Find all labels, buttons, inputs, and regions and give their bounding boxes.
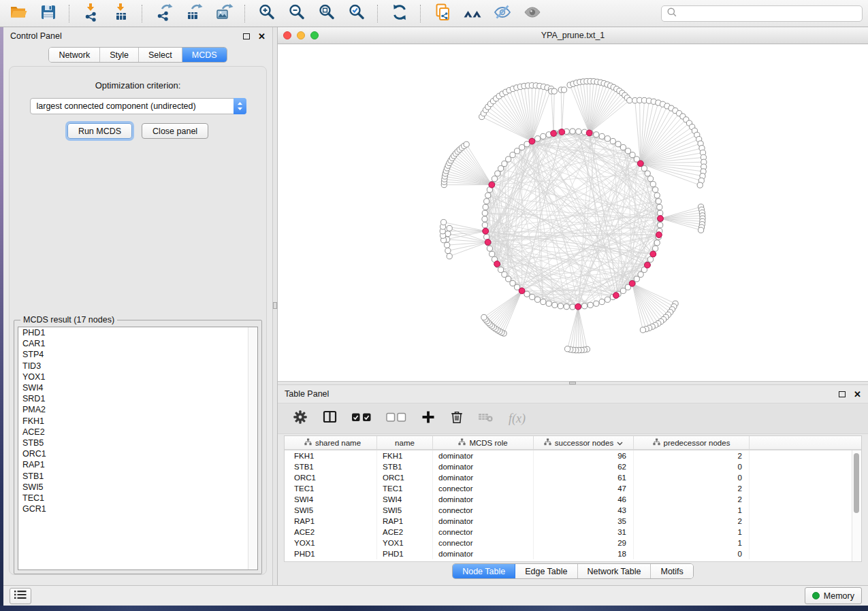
table-cell: connector — [433, 505, 534, 516]
export-network-button[interactable] — [151, 3, 176, 24]
tab-style[interactable]: Style — [100, 48, 139, 62]
table-row[interactable]: TEC1TEC1connector472 — [285, 483, 861, 494]
table-row[interactable]: STB1STB1dominator620 — [285, 461, 861, 472]
close-panel-icon[interactable]: ✕ — [258, 32, 266, 41]
float-panel-icon[interactable] — [839, 391, 846, 397]
maximize-window-icon[interactable] — [310, 31, 319, 39]
vertical-splitter[interactable] — [272, 27, 278, 585]
float-panel-icon[interactable] — [243, 33, 250, 39]
show-column-selector-button[interactable] — [322, 410, 338, 427]
close-panel-icon[interactable]: ✕ — [854, 390, 861, 399]
mcds-result-item[interactable]: GCR1 — [18, 503, 257, 514]
column-label: predecessor nodes — [664, 439, 730, 447]
search-box[interactable] — [661, 5, 863, 22]
select-stepper-icon — [234, 98, 246, 114]
zoom-fit-button[interactable] — [314, 3, 339, 24]
first-neighbors-button[interactable] — [460, 3, 485, 24]
export-image-button[interactable] — [211, 3, 236, 24]
network-canvas[interactable] — [278, 44, 868, 381]
tab-node-table[interactable]: Node Table — [453, 564, 515, 578]
status-bar: Memory — [3, 585, 868, 606]
mcds-result-item[interactable]: STB5 — [18, 437, 257, 448]
memory-button[interactable]: Memory — [805, 587, 862, 604]
column-header-name[interactable]: name — [377, 436, 433, 449]
splitter-handle[interactable] — [273, 302, 277, 309]
mcds-result-item[interactable]: SWI5 — [18, 482, 257, 493]
create-column-button[interactable] — [421, 410, 436, 427]
mcds-result-item[interactable]: ACE2 — [18, 427, 257, 437]
tab-network-table[interactable]: Network Table — [578, 564, 652, 578]
table-settings-button[interactable] — [291, 410, 309, 427]
mcds-result-item[interactable]: PMA2 — [18, 404, 257, 415]
open-file-button[interactable] — [5, 3, 31, 24]
mcds-result-item[interactable]: PHD1 — [18, 327, 257, 338]
zoom-out-button[interactable] — [284, 3, 309, 24]
tab-edge-table[interactable]: Edge Table — [515, 564, 577, 578]
scrollbar-thumb[interactable] — [854, 453, 859, 513]
mcds-result-item[interactable]: FKH1 — [18, 416, 257, 427]
memory-status-dot — [812, 592, 820, 599]
criterion-select[interactable]: largest connected component (undirected) — [30, 98, 246, 114]
close-panel-button[interactable]: Close panel — [142, 123, 208, 139]
run-mcds-button[interactable]: Run MCDS — [67, 123, 132, 139]
zoom-selected-button[interactable] — [344, 3, 369, 24]
mcds-result-item[interactable]: SRD1 — [18, 393, 257, 404]
table-row[interactable]: RAP1RAP1dominator352 — [285, 516, 861, 527]
select-all-rows-button[interactable] — [351, 410, 373, 427]
mcds-result-item[interactable]: SWI4 — [18, 382, 257, 393]
table-row[interactable]: SWI5SWI5connector431 — [285, 505, 861, 516]
mcds-result-item[interactable]: YOX1 — [18, 371, 257, 382]
table-scrollbar[interactable] — [852, 450, 861, 561]
table-cell: dominator — [433, 450, 534, 461]
table-row[interactable]: ACE2ACE2connector311 — [285, 527, 861, 538]
mcds-result-item[interactable]: TID3 — [18, 361, 257, 371]
table-row[interactable]: SWI4SWI4dominator462 — [285, 494, 861, 505]
chevron-down-icon[interactable] — [617, 439, 623, 447]
table-row[interactable]: FKH1FKH1dominator962 — [285, 450, 861, 461]
column-header-mcds-role[interactable]: MCDS role — [433, 436, 534, 449]
export-table-button[interactable] — [181, 3, 206, 24]
network-window: YPA_prune.txt_1 — [278, 27, 868, 381]
zoom-in-button[interactable] — [254, 3, 279, 24]
delete-column-button[interactable] — [449, 410, 465, 427]
network-window-titlebar[interactable]: YPA_prune.txt_1 — [278, 27, 868, 44]
deselect-all-rows-button[interactable] — [386, 410, 408, 427]
table-row[interactable]: YOX1YOX1connector291 — [285, 538, 861, 548]
column-header-successor-nodes[interactable]: successor nodes — [534, 436, 634, 449]
mcds-result-item[interactable]: TEC1 — [18, 493, 257, 503]
search-input[interactable] — [681, 8, 857, 19]
mcds-result-item[interactable]: ORC1 — [18, 448, 257, 459]
mcds-result-item[interactable]: STB1 — [18, 471, 257, 482]
mcds-result-item[interactable]: CAR1 — [18, 338, 257, 349]
import-network-button[interactable] — [78, 3, 103, 24]
control-panel: Control Panel ✕ Network Style Select MCD… — [3, 27, 272, 585]
show-all-button[interactable] — [519, 3, 545, 24]
zoom-out-icon — [287, 3, 306, 24]
shared-column-icon — [458, 438, 466, 447]
tab-mcds[interactable]: MCDS — [182, 48, 227, 62]
tab-motifs[interactable]: Motifs — [651, 564, 692, 578]
table-cell: PHD1 — [377, 548, 433, 559]
tab-select[interactable]: Select — [139, 48, 182, 62]
mcds-result-item[interactable]: STP4 — [18, 349, 257, 360]
table-cell: RAP1 — [289, 516, 377, 527]
hide-selected-button[interactable] — [489, 3, 515, 24]
close-window-icon[interactable] — [283, 31, 291, 39]
right-column: YPA_prune.txt_1 Table Panel ✕ — [278, 27, 868, 585]
save-session-button[interactable] — [35, 3, 61, 24]
task-history-button[interactable] — [10, 588, 31, 604]
mcds-list-scrollbar[interactable] — [248, 327, 257, 569]
table-row[interactable]: PHD1PHD1dominator180 — [285, 548, 861, 559]
column-header-predecessor-nodes[interactable]: predecessor nodes — [634, 436, 750, 449]
tab-network[interactable]: Network — [49, 48, 100, 62]
table-row[interactable]: ORC1ORC1dominator610 — [285, 472, 861, 483]
minimize-window-icon[interactable] — [297, 31, 305, 39]
import-table-button[interactable] — [108, 3, 133, 24]
refresh-view-button[interactable] — [387, 3, 412, 24]
clone-network-button[interactable] — [430, 3, 455, 24]
mcds-result-item[interactable]: RAP1 — [18, 459, 257, 470]
column-header-shared-name[interactable]: shared name — [289, 436, 377, 449]
splitter-handle[interactable] — [569, 382, 576, 384]
network-graph[interactable] — [278, 44, 868, 381]
criterion-selected-value: largest connected component (undirected) — [31, 101, 234, 111]
